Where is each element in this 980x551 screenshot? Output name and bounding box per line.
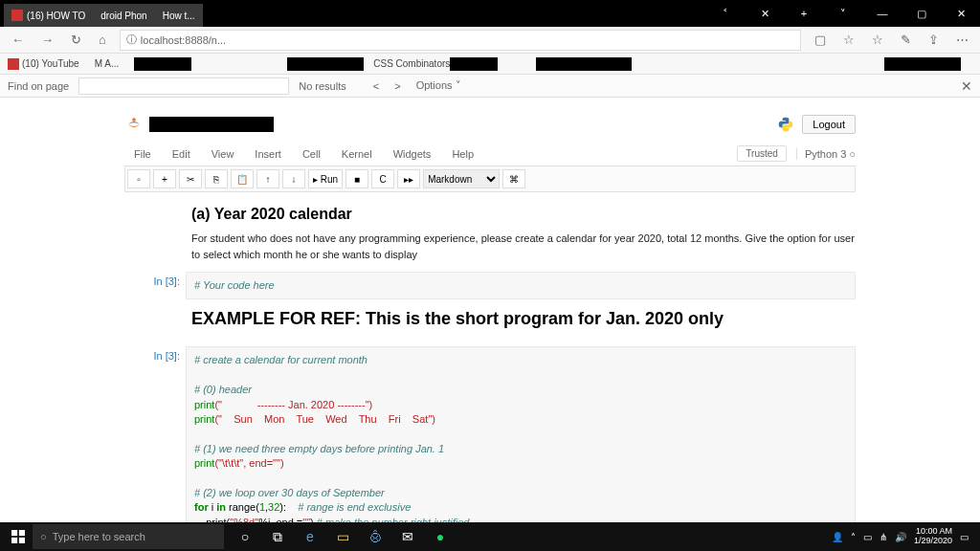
- cut-button[interactable]: ✂: [179, 169, 202, 188]
- url-input[interactable]: ⓘ localhost:8888/n...: [120, 30, 801, 51]
- move-down-button[interactable]: ↓: [282, 169, 305, 188]
- logout-button[interactable]: Logout: [802, 115, 856, 134]
- save-button[interactable]: ▫: [127, 169, 150, 188]
- bookmark-0[interactable]: (10) YouTube: [8, 58, 79, 70]
- notebook-header: Logout: [124, 107, 856, 142]
- prompt-1: In [3]:: [124, 272, 186, 299]
- taskbar-clock[interactable]: 10:00 AM 1/29/2020: [914, 527, 952, 546]
- taskview-icon[interactable]: ⧉: [262, 522, 293, 551]
- code-cell-1[interactable]: In [3]: # Your code here: [124, 272, 856, 299]
- menu-file[interactable]: File: [124, 146, 161, 162]
- search-icon: ○: [40, 531, 47, 542]
- tab-1[interactable]: droid Phon: [93, 4, 154, 27]
- markdown-cell-a[interactable]: (a) Year 2020 calendar For student who d…: [124, 200, 856, 268]
- svg-rect-4: [19, 538, 25, 543]
- trusted-indicator[interactable]: Trusted: [737, 145, 787, 162]
- jupyter-logo-icon: [124, 115, 144, 134]
- move-up-button[interactable]: ↑: [256, 169, 279, 188]
- menu-insert[interactable]: Insert: [245, 146, 291, 162]
- paste-button[interactable]: 📋: [231, 169, 254, 188]
- stop-button[interactable]: ■: [345, 169, 368, 188]
- prompt-2: In [3]:: [124, 346, 186, 551]
- nav-reload[interactable]: ↻: [67, 31, 85, 49]
- tab-prev[interactable]: ˂: [706, 0, 745, 27]
- restart-run-button[interactable]: ▸▸: [397, 169, 420, 188]
- find-input[interactable]: [78, 77, 289, 95]
- command-palette-button[interactable]: ⌘: [502, 169, 525, 188]
- kernel-name[interactable]: Python 3 ○: [796, 148, 856, 160]
- run-button[interactable]: ▸ Run: [308, 169, 343, 188]
- address-bar: ← → ↻ ⌂ ⓘ localhost:8888/n... ▢ ☆ ☆ ✎ ⇪ …: [0, 27, 980, 54]
- spotify-icon[interactable]: ●: [425, 522, 456, 551]
- find-prev[interactable]: <: [373, 80, 379, 92]
- code-area-2[interactable]: # create a calendar for current month # …: [186, 346, 856, 551]
- menu-kernel[interactable]: Kernel: [332, 146, 382, 162]
- nav-home[interactable]: ⌂: [95, 31, 110, 49]
- menu-widgets[interactable]: Widgets: [384, 146, 441, 162]
- redacted: [884, 57, 961, 71]
- tab-0[interactable]: (16) HOW TO: [4, 4, 93, 27]
- notebook-toolbar: ▫ + ✂ ⎘ 📋 ↑ ↓ ▸ Run ■ C ▸▸ Markdown ⌘: [124, 165, 856, 192]
- desc-a: For student who does not have any progra…: [191, 231, 856, 262]
- redacted: [134, 57, 191, 71]
- share-icon[interactable]: ⇪: [924, 31, 943, 49]
- battery-icon[interactable]: ▭: [863, 532, 872, 542]
- people-icon[interactable]: 👤: [832, 532, 843, 542]
- taskbar-search[interactable]: ○Type here to search: [33, 524, 224, 549]
- nav-forward[interactable]: →: [37, 31, 57, 49]
- svg-rect-3: [11, 538, 17, 543]
- start-button[interactable]: [4, 522, 33, 551]
- svg-rect-2: [19, 530, 25, 536]
- notebook-container: Logout File Edit View Insert Cell Kernel…: [0, 98, 980, 551]
- favorite-icon[interactable]: ☆: [839, 31, 858, 49]
- copy-button[interactable]: ⎘: [205, 169, 228, 188]
- find-next[interactable]: >: [394, 80, 400, 92]
- menu-edit[interactable]: Edit: [163, 146, 200, 162]
- more-icon[interactable]: ⋯: [952, 31, 972, 49]
- code-cell-2[interactable]: In [3]: # create a calendar for current …: [124, 346, 856, 551]
- tray-up-icon[interactable]: ˄: [851, 532, 856, 542]
- reading-view-icon[interactable]: ▢: [811, 31, 830, 49]
- notebook-body: (a) Year 2020 calendar For student who d…: [124, 192, 856, 551]
- tab-new[interactable]: +: [785, 0, 823, 27]
- tab-2[interactable]: How t...: [155, 4, 203, 27]
- svg-point-0: [132, 118, 136, 121]
- celltype-select[interactable]: Markdown: [423, 169, 500, 188]
- markdown-cell-b[interactable]: EXAMPLE FOR REF: This is the short progr…: [124, 303, 856, 342]
- store-icon[interactable]: ⨶: [360, 522, 390, 551]
- bookmark-3[interactable]: CSS Combinators: [373, 58, 450, 69]
- tab-close[interactable]: ✕: [746, 0, 784, 27]
- find-options[interactable]: Options ˅: [416, 79, 461, 92]
- window-min[interactable]: —: [863, 0, 902, 27]
- url-text: localhost:8888/n...: [141, 34, 226, 46]
- favorites-hub-icon[interactable]: ☆: [868, 31, 887, 49]
- tab-dropdown[interactable]: ˅: [824, 0, 862, 27]
- restart-button[interactable]: C: [371, 169, 394, 188]
- edge-icon[interactable]: e: [295, 522, 325, 551]
- svg-rect-1: [11, 530, 17, 536]
- nav-back[interactable]: ←: [8, 31, 28, 49]
- find-results: No results: [299, 80, 346, 92]
- mail-icon[interactable]: ✉: [392, 522, 423, 551]
- notes-icon[interactable]: ✎: [897, 31, 915, 49]
- notifications-icon[interactable]: ▭: [960, 532, 969, 542]
- bookmark-1[interactable]: M A...: [95, 58, 120, 69]
- menu-cell[interactable]: Cell: [293, 146, 330, 162]
- wifi-icon[interactable]: ⋔: [880, 532, 887, 542]
- menu-bar: File Edit View Insert Cell Kernel Widget…: [124, 142, 856, 165]
- menu-help[interactable]: Help: [442, 146, 483, 162]
- windows-taskbar: ○Type here to search ○ ⧉ e ▭ ⨶ ✉ ● 👤 ˄ ▭…: [0, 522, 980, 551]
- volume-icon[interactable]: 🔊: [895, 532, 906, 542]
- cortana-icon[interactable]: ○: [230, 522, 260, 551]
- explorer-icon[interactable]: ▭: [327, 522, 358, 551]
- heading-a: (a) Year 2020 calendar: [191, 206, 856, 223]
- window-max[interactable]: ▢: [902, 0, 941, 27]
- code-area-1[interactable]: # Your code here: [186, 272, 856, 299]
- menu-view[interactable]: View: [202, 146, 244, 162]
- bookmark-bar: (10) YouTube M A... CSS Combinators: [0, 54, 980, 75]
- window-close[interactable]: ✕: [942, 0, 980, 27]
- redacted: [287, 57, 364, 71]
- add-cell-button[interactable]: +: [153, 169, 176, 188]
- browser-tabstrip: (16) HOW TO droid Phon How t... ˂ ✕ + ˅ …: [0, 0, 980, 27]
- find-close[interactable]: ✕: [961, 78, 972, 94]
